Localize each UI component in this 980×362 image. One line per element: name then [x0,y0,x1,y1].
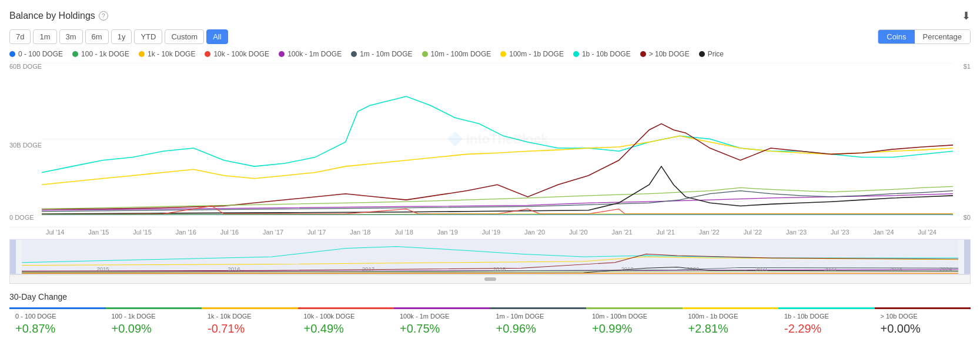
x-label-11: Jan '20 [524,229,545,236]
view-buttons-group: Coins Percentage [878,29,971,44]
change-item-2: 1k - 10k DOGE -0.71% [202,307,298,339]
x-label-4: Jul '16 [220,229,239,236]
scrollbar-thumb[interactable] [484,277,496,281]
x-label-2: Jul '15 [133,229,151,236]
change-item-0: 0 - 100 DOGE +0.87% [9,307,106,339]
y-right-0: $0 [964,214,971,221]
change-item-6: 10m - 100m DOGE +0.99% [586,307,683,339]
chart-svg [42,63,953,215]
legend-dot-4 [279,51,285,57]
legend-label-3: 10k - 100k DOGE [213,50,269,58]
x-label-18: Jul '23 [831,229,849,236]
x-label-0: Jul '14 [46,229,64,236]
btn-6m[interactable]: 6m [85,29,109,44]
change-label-6: 10m - 100m DOGE [592,313,677,320]
page-title-area: Balance by Holdings ? [9,11,108,21]
page-container: Balance by Holdings ? ⬇ 7d 1m 3m 6m 1y Y… [0,0,980,348]
legend-dot-2 [139,51,145,57]
btn-custom[interactable]: Custom [165,29,204,44]
legend-dot-8 [573,51,579,57]
mini-chart[interactable]: 2015 2016 2017 2018 2019 2020 2021 2022 … [9,239,971,274]
change-label-5: 1m - 10m DOGE [496,313,581,320]
thirty-day-section: 30-Day Change 0 - 100 DOGE +0.87% 100 - … [9,284,971,339]
svg-text:2017: 2017 [362,267,374,273]
x-label-10: Jul '19 [482,229,500,236]
btn-7d[interactable]: 7d [9,29,31,44]
x-label-13: Jan '21 [611,229,632,236]
change-value-6: +0.99% [592,322,677,336]
legend-dot-price [699,51,705,57]
legend-dot-7 [500,51,506,57]
legend-label-5: 1m - 10m DOGE [360,50,412,58]
x-label-19: Jan '24 [873,229,894,236]
svg-text:2023: 2023 [889,267,902,273]
change-label-1: 100 - 1k DOGE [112,313,196,320]
x-label-7: Jan '18 [350,229,370,236]
legend: 0 - 100 DOGE 100 - 1k DOGE 1k - 10k DOGE… [9,50,971,58]
x-label-8: Jul '18 [394,229,413,236]
legend-item-0: 0 - 100 DOGE [9,50,63,58]
legend-item-price: Price [699,50,724,58]
change-label-3: 10k - 100k DOGE [304,313,389,320]
legend-label-4: 100k - 1m DOGE [287,50,342,58]
page-title: Balance by Holdings [9,11,95,21]
scrollbar[interactable] [9,274,971,284]
change-label-8: 1b - 10b DOGE [784,313,869,320]
mini-handle-right[interactable] [964,240,970,274]
change-value-8: -2.29% [784,322,869,336]
change-item-1: 100 - 1k DOGE +0.09% [106,307,202,339]
svg-text:2016: 2016 [228,267,240,273]
legend-item-1: 100 - 1k DOGE [72,50,129,58]
x-label-16: Jul '22 [744,229,762,236]
legend-dot-9 [640,51,646,57]
btn-coins[interactable]: Coins [878,30,914,43]
svg-text:2021: 2021 [755,267,768,273]
x-label-9: Jan '19 [437,229,458,236]
legend-item-3: 10k - 100k DOGE [205,50,269,58]
download-icon[interactable]: ⬇ [962,9,971,22]
legend-dot-6 [422,51,428,57]
svg-text:2020: 2020 [687,267,699,273]
btn-1m[interactable]: 1m [33,29,56,44]
change-item-3: 10k - 100k DOGE +0.49% [298,307,394,339]
x-label-6: Jul '17 [307,229,326,236]
x-label-1: Jan '15 [88,229,109,236]
change-label-9: > 10b DOGE [881,313,965,320]
btn-3m[interactable]: 3m [59,29,83,44]
y-label-60b: 60B DOGE [9,63,42,70]
change-label-4: 100k - 1m DOGE [400,313,484,320]
svg-text:2024: 2024 [939,267,952,273]
btn-ytd[interactable]: YTD [134,29,162,44]
legend-dot-0 [9,51,15,57]
help-icon[interactable]: ? [99,11,108,21]
x-label-12: Jul '20 [569,229,587,236]
y-label-0: 0 DOGE [9,214,34,221]
legend-label-0: 0 - 100 DOGE [18,50,63,58]
change-item-4: 100k - 1m DOGE +0.75% [394,307,490,339]
change-value-3: +0.49% [304,322,389,336]
btn-1y[interactable]: 1y [111,29,132,44]
legend-label-price: Price [708,50,724,58]
chart-area: 60B DOGE 30B DOGE 0 DOGE $1 $0 🔷 IntoThe… [9,63,971,227]
svg-text:2022: 2022 [824,267,837,273]
chart-svg-container: 🔷 IntoTheBlock [42,63,953,215]
legend-label-7: 100m - 1b DOGE [509,50,564,58]
legend-label-6: 10m - 100m DOGE [431,50,491,58]
legend-label-9: > 10b DOGE [649,50,690,58]
btn-all[interactable]: All [206,29,228,44]
svg-text:2018: 2018 [493,267,506,273]
legend-label-1: 100 - 1k DOGE [81,50,129,58]
change-item-8: 1b - 10b DOGE -2.29% [778,307,875,339]
legend-dot-3 [205,51,210,57]
btn-percentage[interactable]: Percentage [915,30,971,43]
change-value-1: +0.09% [112,322,196,336]
legend-item-8: 1b - 10b DOGE [573,50,631,58]
mini-handle-left[interactable] [10,240,16,274]
x-label-17: Jan '23 [786,229,807,236]
change-value-9: +0.00% [881,322,965,336]
change-label-7: 100m - 1b DOGE [688,313,773,320]
controls-bar: 7d 1m 3m 6m 1y YTD Custom All Coins Perc… [9,29,971,44]
header: Balance by Holdings ? ⬇ [9,9,971,22]
mini-chart-inner: 2015 2016 2017 2018 2019 2020 2021 2022 … [22,240,958,274]
x-label-15: Jan '22 [699,229,720,236]
